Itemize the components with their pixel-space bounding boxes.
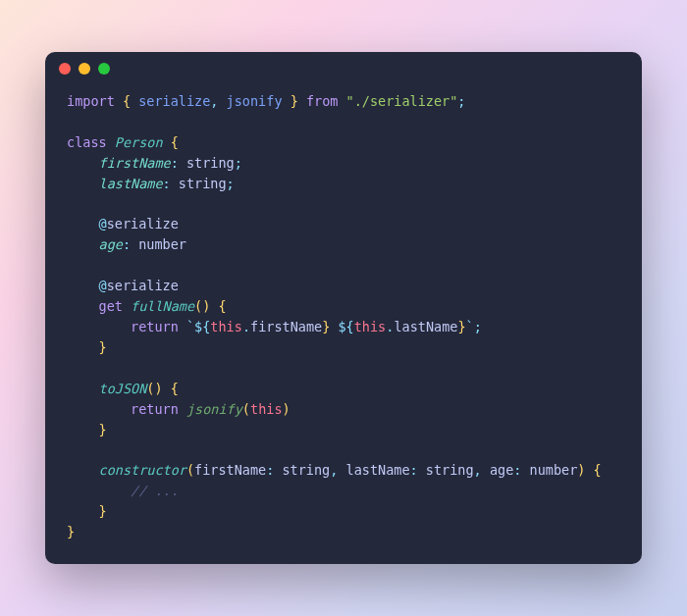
colon: : [513,462,529,478]
paren: ( [186,462,194,478]
keyword-this: this [210,319,242,334]
decorator-serialize: serialize [107,216,179,231]
brace: { [163,381,179,396]
brace: { [585,462,601,478]
prop-age: age [99,236,123,252]
dot: . [242,319,250,334]
colon: : [163,176,179,191]
backtick: ` [466,319,474,334]
call-jsonify: jsonify [186,401,242,417]
ref-firstName: firstName [250,319,322,334]
brace: } [99,503,107,519]
class-name: Person [107,134,171,150]
keyword-return: return [131,401,179,417]
prop-lastName: lastName [99,176,163,191]
keyword-return: return [131,319,179,334]
interp-open: ${ [338,319,353,334]
decorator-at: @ [99,278,107,293]
type-string: string [282,462,330,478]
brace: } [99,422,107,437]
brace: } [99,339,107,355]
brace: { [123,93,138,109]
import-path: "./serializer" [346,93,458,109]
backtick: ` [186,319,194,334]
colon: : [410,462,426,478]
comment: // ... [131,483,179,498]
comma: , [210,93,226,109]
decorator-at: @ [99,216,107,231]
semicolon: ; [227,176,235,191]
type-string: string [426,462,474,478]
paren: ) [154,381,162,396]
brace: } [67,524,75,539]
paren: ( [194,298,202,314]
code-editor: import { serialize, jsonify } from "./se… [45,85,642,564]
code-window: import { serialize, jsonify } from "./se… [45,52,642,564]
type-number: number [530,462,578,478]
method-fullName: fullName [123,298,194,314]
ref-lastName: lastName [394,319,457,334]
decorator-serialize: serialize [107,278,179,293]
brace: } [283,93,298,109]
comma: , [474,462,490,478]
colon: : [171,155,186,171]
brace: { [171,134,179,150]
param-age: age [490,462,513,478]
param-firstName: firstName [194,462,266,478]
maximize-icon[interactable] [98,63,110,75]
type-string: string [179,176,227,191]
import-jsonify: jsonify [227,93,283,109]
paren: ( [242,401,250,417]
colon: : [266,462,282,478]
brace: { [210,298,226,314]
semicolon: ; [457,93,465,109]
keyword-this: this [250,401,283,417]
method-constructor: constructor [99,462,186,478]
minimize-icon[interactable] [79,63,90,75]
keyword-get: get [99,298,123,314]
interp-close: } [457,319,465,334]
semicolon: ; [235,155,242,171]
keyword-from: from [298,93,346,109]
type-number: number [138,236,186,252]
interp-open: ${ [194,319,210,334]
close-icon[interactable] [59,63,71,75]
param-lastName: lastName [346,462,410,478]
comma: , [330,462,345,478]
window-titlebar [45,52,642,85]
semicolon: ; [474,319,482,334]
paren: ) [283,401,291,417]
prop-firstName: firstName [99,155,171,171]
import-serialize: serialize [138,93,210,109]
keyword-class: class [67,134,107,150]
keyword-this: this [354,319,387,334]
method-toJSON: toJSON [99,381,147,396]
keyword-import: import [67,93,115,109]
colon: : [123,236,138,252]
type-string: string [186,155,235,171]
